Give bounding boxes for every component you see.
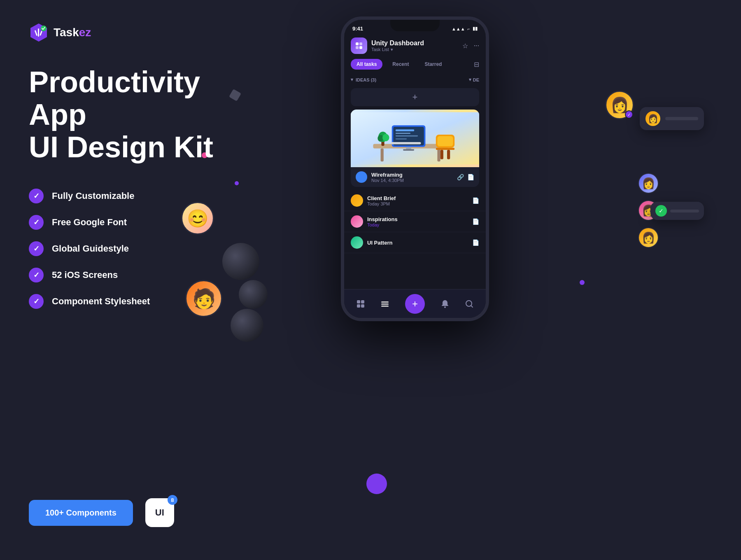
wireframing-name: Wireframing bbox=[371, 172, 453, 178]
svg-rect-15 bbox=[396, 129, 414, 131]
phone-frame: 9:41 ▲▲▲ ⌐ ▮▮ Unity bbox=[341, 16, 489, 321]
svg-rect-29 bbox=[440, 150, 443, 159]
chevron-down-icon: ▾ bbox=[391, 47, 393, 52]
feature-label-4: 52 iOS Screens bbox=[52, 270, 118, 280]
tab-starred[interactable]: Starred bbox=[419, 59, 447, 70]
logo-icon bbox=[29, 23, 49, 42]
collapse-icon[interactable]: ▾ bbox=[351, 77, 353, 82]
sphere-decoration-2 bbox=[239, 280, 268, 309]
svg-rect-17 bbox=[396, 135, 418, 137]
task-inspirations[interactable]: Inspirations Today 📄 bbox=[344, 211, 486, 232]
floating-avatar-left-woman: 😊 bbox=[181, 202, 214, 235]
status-icons: ▲▲▲ ⌐ ▮▮ bbox=[452, 26, 478, 31]
svg-rect-6 bbox=[359, 42, 362, 45]
svg-rect-16 bbox=[396, 133, 410, 134]
bottom-purple-dot bbox=[366, 474, 387, 494]
collapse-icon-2[interactable]: ▾ bbox=[469, 77, 471, 82]
feature-item-3: Global Guidestyle bbox=[29, 241, 243, 256]
svg-point-38 bbox=[444, 306, 446, 308]
svg-rect-5 bbox=[356, 42, 359, 45]
plus-icon: + bbox=[412, 92, 418, 103]
logo-area: Taskez bbox=[29, 23, 91, 42]
status-time: 9:41 bbox=[352, 26, 363, 32]
feature-label-1: Fully Customizable bbox=[52, 191, 134, 201]
ui-pattern-text: UI Pattern bbox=[367, 240, 468, 246]
float-card-check: ✓ bbox=[650, 202, 704, 220]
tab-recent[interactable]: Recent bbox=[387, 59, 415, 70]
svg-rect-31 bbox=[357, 300, 360, 303]
design-label: DE bbox=[473, 77, 479, 82]
check-icon-2 bbox=[29, 215, 44, 230]
sphere-decoration-1 bbox=[222, 243, 259, 280]
app-title-area: Unity Dashboard Task List ▾ bbox=[371, 40, 458, 52]
phone-notch bbox=[390, 20, 440, 31]
sphere-decoration-3 bbox=[231, 309, 263, 342]
nav-add-button[interactable]: + bbox=[405, 294, 425, 314]
svg-rect-30 bbox=[447, 150, 450, 159]
check-icon-3 bbox=[29, 241, 44, 256]
svg-rect-20 bbox=[403, 149, 414, 151]
svg-rect-7 bbox=[356, 46, 359, 49]
nav-search-icon[interactable] bbox=[465, 299, 474, 308]
add-task-button[interactable]: + bbox=[351, 88, 479, 106]
client-brief-avatar bbox=[351, 194, 363, 207]
svg-rect-35 bbox=[381, 301, 389, 303]
svg-rect-37 bbox=[381, 306, 389, 307]
dashboard-title: Unity Dashboard bbox=[371, 40, 458, 47]
wireframing-avatar bbox=[356, 171, 367, 183]
star-icon[interactable]: ☆ bbox=[462, 42, 468, 50]
task-client-brief[interactable]: Client Brief Today 3PM 📄 bbox=[344, 190, 486, 211]
check-icon-4 bbox=[29, 268, 44, 282]
ui-pattern-doc-icon: 📄 bbox=[472, 239, 479, 246]
nav-list-icon[interactable] bbox=[380, 299, 389, 308]
svg-rect-33 bbox=[357, 304, 360, 308]
task-card-wireframing[interactable]: Wireframing Nov 14, 4:30PM 🔗 📄 bbox=[351, 110, 479, 187]
filter-icon[interactable]: ⊟ bbox=[474, 61, 479, 68]
battery-icon: ▮▮ bbox=[473, 26, 478, 31]
check-icon-5 bbox=[29, 294, 44, 309]
svg-rect-34 bbox=[361, 304, 364, 308]
check-line bbox=[670, 210, 699, 212]
client-brief-text: Client Brief Today 3PM bbox=[367, 195, 468, 206]
inspirations-text: Inspirations Today bbox=[367, 216, 468, 227]
more-icon[interactable]: ··· bbox=[474, 42, 479, 50]
ui-pattern-avatar bbox=[351, 236, 363, 249]
svg-rect-32 bbox=[361, 300, 364, 303]
client-brief-date: Today 3PM bbox=[367, 201, 468, 206]
attachment-icon: 🔗 bbox=[457, 174, 464, 180]
inspirations-date: Today bbox=[367, 222, 468, 227]
ui8-badge: UI 8 bbox=[145, 498, 174, 527]
floating-avatar-top-right: 👩 ✓ bbox=[605, 91, 634, 119]
avatar-right-3: 👩 bbox=[638, 227, 659, 248]
nav-bell-icon[interactable] bbox=[440, 299, 450, 308]
section-right: ▾ DE bbox=[469, 77, 479, 82]
svg-rect-18 bbox=[396, 138, 407, 140]
header-actions: ☆ ··· bbox=[462, 42, 479, 50]
task-image bbox=[351, 110, 479, 167]
client-brief-doc-icon: 📄 bbox=[472, 197, 479, 204]
float-card-top: 👩 bbox=[640, 107, 704, 130]
bottom-cta-area: 100+ Components UI 8 bbox=[29, 498, 174, 527]
avatar-right-1: 👩 bbox=[638, 173, 659, 194]
svg-rect-2 bbox=[38, 28, 39, 37]
inspirations-avatar bbox=[351, 215, 363, 228]
task-ui-pattern[interactable]: UI Pattern 📄 bbox=[344, 232, 486, 253]
logo-text: Taskez bbox=[54, 26, 91, 39]
ui-pattern-name: UI Pattern bbox=[367, 240, 468, 246]
svg-rect-8 bbox=[359, 46, 362, 49]
check-overlay: ✓ bbox=[625, 110, 633, 119]
wireframing-date: Nov 14, 4:30PM bbox=[371, 178, 453, 183]
components-button[interactable]: 100+ Components bbox=[29, 500, 133, 526]
tabs-row: All tasks Recent Starred ⊟ bbox=[344, 59, 486, 75]
text-line-placeholder bbox=[665, 117, 698, 120]
inspirations-doc-icon: 📄 bbox=[472, 218, 479, 225]
svg-rect-36 bbox=[381, 303, 389, 305]
svg-rect-21 bbox=[391, 142, 421, 144]
wireframing-icons: 🔗 📄 bbox=[457, 174, 474, 180]
wireframing-info: Wireframing Nov 14, 4:30PM 🔗 📄 bbox=[351, 167, 479, 187]
tab-all-tasks[interactable]: All tasks bbox=[351, 59, 382, 70]
dashboard-subtitle: Task List ▾ bbox=[371, 47, 458, 52]
left-content: Productivity App UI Design Kit Fully Cus… bbox=[29, 66, 243, 309]
nav-grid-icon[interactable] bbox=[356, 299, 365, 308]
feature-label-2: Free Google Font bbox=[52, 217, 127, 228]
